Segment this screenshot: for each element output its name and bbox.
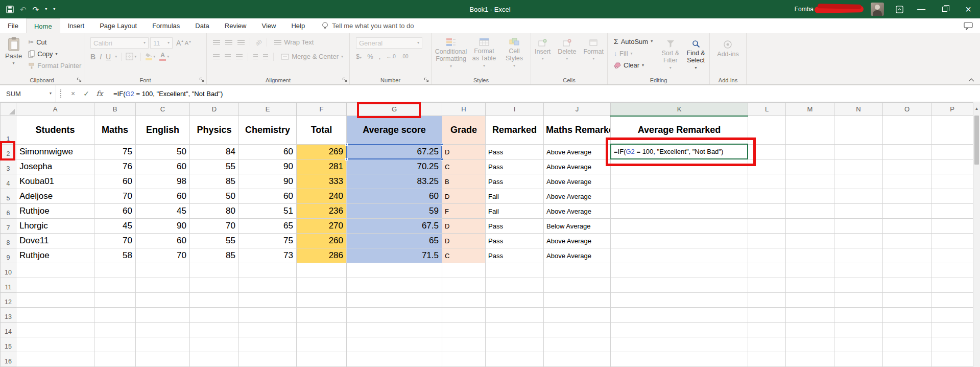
- cell[interactable]: [611, 293, 748, 308]
- paste-button[interactable]: Paste ▾: [0, 33, 26, 76]
- cell[interactable]: [748, 278, 786, 293]
- cell[interactable]: [94, 293, 136, 308]
- cell[interactable]: [94, 352, 136, 367]
- cell[interactable]: [486, 278, 544, 293]
- user-name[interactable]: Fomba: [795, 6, 814, 13]
- cell-maths-remarked[interactable]: Above Average: [544, 159, 611, 174]
- currency-button[interactable]: $▾: [356, 53, 362, 60]
- row-header[interactable]: 12: [1, 293, 16, 308]
- cell[interactable]: [748, 145, 786, 159]
- cell[interactable]: [883, 263, 931, 278]
- row-header[interactable]: 10: [1, 263, 16, 278]
- cancel-button[interactable]: ×: [66, 89, 80, 98]
- cell[interactable]: [442, 308, 486, 323]
- cell-remarked[interactable]: Pass: [486, 145, 544, 159]
- redo-icon[interactable]: ↷: [33, 6, 39, 13]
- fill-color-button[interactable]: ▾: [145, 53, 155, 60]
- cell-average-remarked[interactable]: [611, 219, 748, 234]
- cell[interactable]: [931, 234, 973, 248]
- cell[interactable]: [347, 293, 442, 308]
- cell-physics[interactable]: 55: [190, 159, 239, 174]
- tab-formulas[interactable]: Formulas: [145, 18, 187, 33]
- cell[interactable]: [347, 263, 442, 278]
- cell[interactable]: [834, 293, 883, 308]
- cell-header-physics[interactable]: Physics: [190, 116, 239, 145]
- cell-grade[interactable]: D: [442, 145, 486, 159]
- cell-physics[interactable]: 80: [190, 204, 239, 219]
- orientation-icon[interactable]: ab: [254, 38, 263, 47]
- cell-average-remarked[interactable]: [611, 159, 748, 174]
- cell-english[interactable]: 50: [136, 145, 190, 159]
- cell[interactable]: [786, 308, 834, 323]
- column-header-e[interactable]: E: [239, 103, 297, 116]
- cell-maths[interactable]: 75: [94, 145, 136, 159]
- cut-button[interactable]: ✂ Cut: [26, 37, 83, 47]
- cell-physics[interactable]: 55: [190, 234, 239, 248]
- cell-total[interactable]: 269: [297, 145, 347, 159]
- cell-grade[interactable]: C: [442, 159, 486, 174]
- cell-chemistry[interactable]: 60: [239, 189, 297, 204]
- cell[interactable]: [834, 159, 883, 174]
- cell[interactable]: [931, 278, 973, 293]
- number-format-select[interactable]: General ▾: [356, 37, 422, 49]
- cell[interactable]: [486, 293, 544, 308]
- cell[interactable]: [239, 323, 297, 337]
- addins-button[interactable]: Add-ins: [715, 36, 740, 76]
- minimize-button[interactable]: —: [910, 0, 933, 18]
- avatar[interactable]: [871, 3, 884, 16]
- format-cells-button[interactable]: Format ▾: [581, 35, 606, 76]
- cell[interactable]: [16, 278, 94, 293]
- cell[interactable]: [611, 337, 748, 352]
- cell[interactable]: [931, 189, 973, 204]
- cell[interactable]: [442, 337, 486, 352]
- cell[interactable]: [239, 263, 297, 278]
- cell[interactable]: [748, 308, 786, 323]
- tab-view[interactable]: View: [254, 18, 283, 33]
- merge-center-button[interactable]: Merge & Center ▾: [279, 52, 345, 61]
- row-header[interactable]: 2: [1, 145, 16, 159]
- cell-english[interactable]: 45: [136, 204, 190, 219]
- cell[interactable]: [834, 352, 883, 367]
- cell[interactable]: [748, 189, 786, 204]
- dialog-launcher-icon[interactable]: [342, 77, 348, 83]
- italic-button[interactable]: I: [100, 53, 102, 61]
- cell[interactable]: [834, 337, 883, 352]
- cell-maths[interactable]: 60: [94, 174, 136, 189]
- cell[interactable]: [786, 263, 834, 278]
- cell[interactable]: [190, 263, 239, 278]
- cell[interactable]: [883, 337, 931, 352]
- cell[interactable]: [786, 159, 834, 174]
- cell[interactable]: [486, 263, 544, 278]
- cell[interactable]: [748, 323, 786, 337]
- cell-grade[interactable]: B: [442, 174, 486, 189]
- cell[interactable]: [748, 248, 786, 263]
- cell[interactable]: [347, 323, 442, 337]
- cell-maths-remarked[interactable]: Above Average: [544, 248, 611, 263]
- cell-average-remarked[interactable]: [611, 248, 748, 263]
- tab-data[interactable]: Data: [187, 18, 217, 33]
- insert-cells-button[interactable]: Insert ▾: [533, 35, 553, 76]
- cell-english[interactable]: 70: [136, 248, 190, 263]
- insert-function-button[interactable]: fx: [93, 89, 106, 98]
- cell[interactable]: [883, 248, 931, 263]
- cell-maths-remarked[interactable]: Above Average: [544, 145, 611, 159]
- cell-styles-button[interactable]: Cell Styles ▾: [500, 34, 528, 76]
- cell-maths-remarked[interactable]: Below Average: [544, 219, 611, 234]
- align-middle-icon[interactable]: [225, 40, 232, 45]
- cell[interactable]: [931, 174, 973, 189]
- cell-average-remarked[interactable]: [611, 204, 748, 219]
- increase-font-size-button[interactable]: A▴: [176, 39, 183, 47]
- cell[interactable]: [786, 234, 834, 248]
- name-box[interactable]: SUM ▾: [0, 85, 56, 102]
- cell[interactable]: [442, 323, 486, 337]
- cell[interactable]: [239, 352, 297, 367]
- cell[interactable]: [786, 278, 834, 293]
- cell-grade[interactable]: D: [442, 189, 486, 204]
- column-header-d[interactable]: D: [190, 103, 239, 116]
- cell-maths[interactable]: 70: [94, 189, 136, 204]
- cell-remarked[interactable]: Fail: [486, 189, 544, 204]
- enter-button[interactable]: ✓: [80, 89, 93, 98]
- cell[interactable]: [786, 352, 834, 367]
- row-header[interactable]: 13: [1, 308, 16, 323]
- row-header[interactable]: 7: [1, 219, 16, 234]
